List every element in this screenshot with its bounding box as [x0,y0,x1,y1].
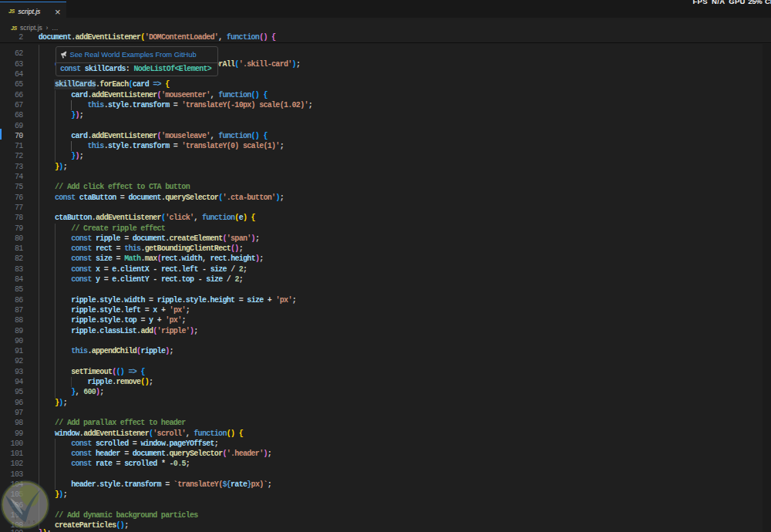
svg-text:1.0.5: 1.0.5 [23,520,36,524]
